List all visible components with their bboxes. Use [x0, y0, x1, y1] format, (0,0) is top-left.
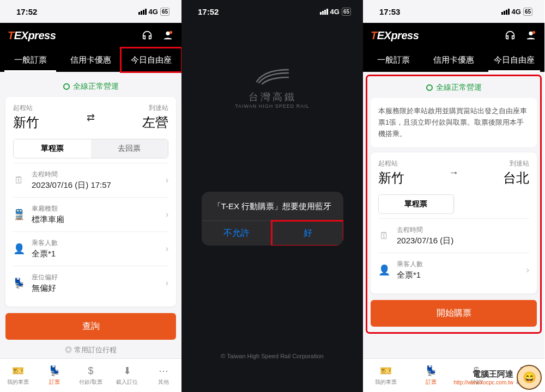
app-logo: TEXpress [8, 29, 56, 42]
row-passengers[interactable]: 👤 乘客人數全票*1 › [378, 253, 529, 287]
chevron-right-icon: › [166, 244, 168, 254]
more-icon: ⋯ [159, 365, 168, 377]
network-label: 4G [512, 8, 521, 16]
to-label: 到達站 [464, 159, 530, 168]
service-notice: 本服務限於車站啟用並購買當站出發之自由座車票1張，且須立即付款與取票。取票後限用… [371, 98, 537, 147]
to-station[interactable]: 左營 [100, 114, 168, 131]
nav-more[interactable]: ⋯其他 [145, 359, 181, 392]
station-selector[interactable]: 起程站新竹 ⇄ 到達站左營 [13, 103, 168, 131]
copyright: © Taiwan High Speed Rail Corporation [181, 353, 363, 359]
arrow-right-icon: → [444, 167, 464, 179]
main-tabs: 一般訂票 信用卡優惠 今日自由座 [0, 48, 181, 72]
service-status: 全線正常營運 [371, 78, 537, 98]
row-depart-time[interactable]: 🗓 去程時間2023/07/16 (日) 17:57 › [13, 163, 168, 197]
signal-icon [138, 9, 147, 15]
person-icon: 👤 [378, 264, 390, 276]
status-dot-icon [426, 84, 433, 91]
nav-payment[interactable]: $付款/取票 [72, 359, 109, 392]
seg-oneway[interactable]: 單程票 [14, 139, 91, 158]
bottom-nav: 🎫我的車票 💺訂票 $付款/ ⬇載入 [363, 358, 544, 392]
money-icon: $ [88, 365, 93, 377]
row-seat-pref[interactable]: 💺 座位偏好無偏好 › [13, 266, 168, 300]
row-car-type[interactable]: 🚆 車廂種類標準車廂 › [13, 197, 168, 231]
screen-booking: 17:52 4G 65 TEXpress 一般訂票 信用卡優惠 今日自由座 全線… [0, 0, 181, 392]
calendar-icon: 🗓 [378, 230, 390, 242]
nav-import[interactable]: ⬇載入訂位 [109, 359, 146, 392]
saved-trips-link[interactable]: ◎ 常用訂位行程 [5, 340, 176, 358]
to-label: 到達站 [100, 103, 168, 113]
seat-icon: 💺 [49, 365, 60, 377]
station-selector[interactable]: 起程站新竹 → 到達站台北 [378, 159, 529, 187]
search-button[interactable]: 查詢 [5, 313, 176, 340]
app-header: TEXpress [0, 23, 181, 48]
nav-booking[interactable]: 💺訂票 [37, 359, 73, 392]
nav-payment[interactable]: $付款/ [454, 359, 499, 392]
alert-allow-button[interactable]: 好 [272, 221, 343, 246]
tab-creditcard[interactable]: 信用卡優惠 [60, 48, 121, 72]
to-station[interactable]: 台北 [464, 169, 530, 187]
svg-point-1 [169, 31, 173, 34]
battery-icon: 65 [523, 8, 532, 16]
alert-deny-button[interactable]: 不允許 [202, 221, 272, 246]
svg-point-2 [529, 32, 532, 35]
nav-import[interactable]: ⬇載入 [499, 359, 544, 392]
main-content: 全線正常營運 起程站新竹 ⇄ 到達站左營 單程票 去回票 🗓 去程時間2023/… [0, 72, 181, 358]
account-icon[interactable] [162, 29, 174, 41]
status-bar: 17:53 4G 65 [363, 0, 544, 23]
support-icon[interactable] [141, 29, 153, 41]
seg-oneway[interactable]: 單程票 [378, 194, 454, 214]
account-icon[interactable] [525, 29, 537, 41]
clock: 17:52 [16, 7, 37, 16]
download-icon: ⬇ [123, 365, 131, 377]
chevron-right-icon: › [166, 175, 168, 185]
nav-mytickets[interactable]: 🎫我的車票 [0, 359, 37, 392]
start-purchase-button[interactable]: 開始購票 [371, 300, 537, 327]
from-label: 起程站 [13, 103, 81, 113]
tab-today-free[interactable]: 今日自由座 [121, 48, 181, 72]
from-station[interactable]: 新竹 [13, 114, 81, 131]
app-logo: TEXpress [371, 29, 419, 42]
network-label: 4G [149, 8, 158, 16]
chevron-right-icon: › [166, 278, 168, 288]
nav-mytickets[interactable]: 🎫我的車票 [363, 359, 408, 392]
thsr-logo: 台灣高鐵 TAIWAN HIGH SPEED RAIL [235, 66, 310, 109]
seg-roundtrip[interactable]: 去回票 [91, 139, 168, 158]
battery-icon: 65 [342, 8, 351, 16]
chevron-right-icon: › [166, 210, 168, 219]
chevron-right-icon: › [526, 265, 529, 275]
status-dot-icon [63, 83, 70, 90]
ticket-icon: 🎫 [380, 365, 392, 377]
from-station[interactable]: 新竹 [378, 169, 444, 187]
person-icon: 👤 [13, 243, 25, 255]
row-depart-time[interactable]: 🗓 去程時間2023/07/16 (日) [378, 218, 529, 253]
svg-point-3 [532, 31, 536, 34]
clock: 17:53 [379, 7, 400, 16]
tab-creditcard[interactable]: 信用卡優惠 [423, 48, 484, 72]
status-bar: 17:52 4G 65 [0, 0, 181, 23]
trip-type-segment: 單程票 [378, 194, 529, 214]
screen-splash-alert: 17:52 4G 65 台灣高鐵 TAIWAN HIGH SPEED RAIL … [181, 0, 363, 392]
main-content: 全線正常營運 本服務限於車站啟用並購買當站出發之自由座車票1張，且須立即付款與取… [363, 72, 544, 358]
main-tabs: 一般訂票 信用卡優惠 今日自由座 [363, 48, 544, 72]
clock: 17:52 [198, 7, 219, 16]
swap-icon[interactable]: ⇄ [81, 112, 100, 124]
download-icon: ⬇ [518, 365, 526, 377]
support-icon[interactable] [504, 29, 516, 41]
signal-icon [320, 9, 328, 15]
signal-icon [501, 9, 510, 15]
svg-point-0 [166, 32, 169, 35]
nav-booking[interactable]: 💺訂票 [408, 359, 453, 392]
ticket-icon: 🎫 [12, 365, 24, 377]
from-label: 起程站 [378, 159, 444, 168]
battery-icon: 65 [160, 8, 169, 16]
screen-today-free: 17:53 4G 65 TEXpress 一般訂票 信用卡優惠 今日自由座 全線… [363, 0, 544, 392]
bottom-nav: 🎫我的車票 💺訂票 $付款/取票 ⬇載入訂位 ⋯其他 [0, 358, 181, 392]
tab-today-free[interactable]: 今日自由座 [484, 48, 544, 72]
tab-general[interactable]: 一般訂票 [363, 48, 423, 72]
bluetooth-alert: 「T-EX 行動購票」想要使用藍牙 不允許 好 [202, 192, 343, 246]
tab-general[interactable]: 一般訂票 [0, 48, 60, 72]
network-label: 4G [330, 8, 340, 16]
alert-message: 「T-EX 行動購票」想要使用藍牙 [202, 192, 343, 220]
calendar-icon: 🗓 [13, 175, 25, 186]
row-passengers[interactable]: 👤 乘客人數全票*1 › [13, 231, 168, 266]
